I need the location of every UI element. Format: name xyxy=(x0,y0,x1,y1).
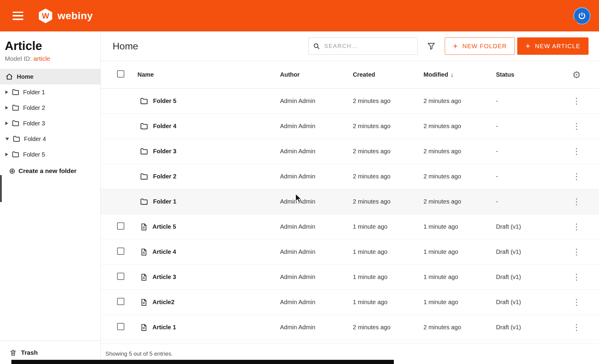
select-all-checkbox[interactable] xyxy=(117,70,124,78)
row-checkbox[interactable] xyxy=(117,222,124,230)
column-header-created[interactable]: Created xyxy=(353,71,423,78)
row-author: Admin Admin xyxy=(280,123,353,130)
chevron-right-icon[interactable] xyxy=(5,153,8,156)
notification-dot xyxy=(573,20,577,24)
column-header-author[interactable]: Author xyxy=(280,71,353,78)
row-menu-icon[interactable]: ⋮ xyxy=(572,147,581,156)
sidebar-item-label: Folder 4 xyxy=(24,136,46,142)
brand-name: webiny xyxy=(58,10,93,22)
row-author: Admin Admin xyxy=(280,248,353,255)
row-menu-icon[interactable]: ⋮ xyxy=(572,323,581,332)
search-input[interactable] xyxy=(323,43,413,50)
row-checkbox[interactable] xyxy=(117,248,124,255)
filter-icon[interactable] xyxy=(427,42,436,51)
table-row[interactable]: Folder 2 Admin Admin 2 minutes ago 2 min… xyxy=(101,164,599,189)
row-name[interactable]: Article 1 xyxy=(137,323,280,332)
row-author: Admin Admin xyxy=(280,223,353,230)
topbar: W webiny xyxy=(0,0,599,31)
row-menu-icon[interactable]: ⋮ xyxy=(572,172,581,181)
menu-icon[interactable] xyxy=(13,12,23,20)
row-name[interactable]: Folder 4 xyxy=(137,122,280,131)
row-author: Admin Admin xyxy=(280,324,353,331)
scrollbar-thumb[interactable] xyxy=(0,175,2,202)
row-menu-icon[interactable]: ⋮ xyxy=(572,198,581,206)
search-box xyxy=(308,37,418,55)
row-name[interactable]: Article 4 xyxy=(137,248,280,256)
column-header-status[interactable]: Status xyxy=(496,71,568,78)
row-menu-icon[interactable]: ⋮ xyxy=(572,248,581,256)
row-status: - xyxy=(496,98,568,104)
row-checkbox[interactable] xyxy=(117,323,124,330)
row-author: Admin Admin xyxy=(280,198,353,205)
chevron-down-icon[interactable] xyxy=(5,138,9,140)
chevron-right-icon[interactable] xyxy=(5,122,8,125)
sidebar-item-home[interactable]: Home xyxy=(0,69,100,84)
row-author: Admin Admin xyxy=(280,274,353,280)
row-menu-icon[interactable]: ⋮ xyxy=(572,273,581,281)
table-row[interactable]: Folder 3 Admin Admin 2 minutes ago 2 min… xyxy=(101,139,599,164)
row-menu-icon[interactable]: ⋮ xyxy=(572,97,581,105)
create-folder-button[interactable]: ⊕ Create a new folder xyxy=(0,167,100,175)
mouse-cursor xyxy=(295,194,302,203)
table-row[interactable]: Folder 1 Admin Admin 2 minutes ago 2 min… xyxy=(101,189,599,214)
table-row[interactable]: Folder 5 Admin Admin 2 minutes ago 2 min… xyxy=(101,89,599,114)
chevron-right-icon[interactable] xyxy=(5,106,8,110)
row-name[interactable]: Folder 2 xyxy=(137,172,280,181)
chevron-right-icon[interactable] xyxy=(5,90,8,94)
table-settings-icon[interactable]: ⚙ xyxy=(572,70,581,80)
row-author: Admin Admin xyxy=(280,173,353,180)
column-header-modified[interactable]: Modified↓ xyxy=(423,71,496,78)
row-author: Admin Admin xyxy=(280,98,353,104)
plus-icon: + xyxy=(453,42,458,50)
row-modified: 2 minutes ago xyxy=(423,198,496,205)
sidebar-item-folder-1[interactable]: Folder 1 xyxy=(0,84,100,100)
entries-count: Showing 5 out of 5 entries. xyxy=(101,344,599,357)
row-menu-icon[interactable]: ⋮ xyxy=(572,122,581,131)
column-header-name[interactable]: Name xyxy=(137,71,280,78)
sidebar-item-folder-4[interactable]: Folder 4 xyxy=(0,131,100,147)
new-article-button[interactable]: + NEW ARTICLE xyxy=(517,37,589,55)
row-name[interactable]: Article 5 xyxy=(137,223,280,231)
app-window: W webiny Article Model ID: article Home xyxy=(0,0,599,364)
row-created: 2 minutes ago xyxy=(353,123,423,130)
table-row[interactable]: Article 4 Admin Admin 1 minute ago 1 min… xyxy=(101,239,599,265)
row-name[interactable]: Article2 xyxy=(137,298,280,307)
table-row[interactable]: Article 5 Admin Admin 1 minute ago 1 min… xyxy=(101,214,599,239)
row-name[interactable]: Folder 3 xyxy=(137,147,280,156)
folder-icon xyxy=(140,198,148,206)
row-menu-icon[interactable]: ⋮ xyxy=(572,298,581,307)
row-menu-icon[interactable]: ⋮ xyxy=(572,223,581,231)
account-button[interactable] xyxy=(573,7,591,25)
table-row[interactable]: Article 3 Admin Admin 1 minute ago 1 min… xyxy=(101,265,599,290)
progress-bar xyxy=(11,360,394,364)
new-folder-button[interactable]: + NEW FOLDER xyxy=(445,37,515,55)
webiny-logo-icon: W xyxy=(38,8,53,24)
sidebar: Article Model ID: article Home Folder 1 xyxy=(0,31,101,364)
sidebar-item-folder-5[interactable]: Folder 5 xyxy=(0,147,100,162)
row-checkbox[interactable] xyxy=(117,298,124,305)
create-folder-label: Create a new folder xyxy=(19,167,77,175)
folder-tree: Home Folder 1 Folder 2 xyxy=(0,69,100,162)
circle-plus-icon: ⊕ xyxy=(9,167,16,175)
row-modified: 2 minutes ago xyxy=(423,123,496,130)
table-row[interactable]: Article2 Admin Admin 1 minute ago 1 minu… xyxy=(101,290,599,315)
sidebar-item-label: Folder 1 xyxy=(23,89,45,96)
row-checkbox[interactable] xyxy=(117,273,124,280)
plus-icon: + xyxy=(525,42,531,50)
row-author: Admin Admin xyxy=(280,148,353,155)
sidebar-item-folder-2[interactable]: Folder 2 xyxy=(0,100,100,116)
row-status: - xyxy=(496,173,568,180)
trash-label: Trash xyxy=(21,349,38,356)
document-icon xyxy=(140,298,148,307)
row-name[interactable]: Folder 5 xyxy=(137,97,280,105)
row-name[interactable]: Article 3 xyxy=(137,273,280,281)
row-name[interactable]: Folder 1 xyxy=(137,198,280,206)
search-icon xyxy=(313,42,320,50)
folder-icon xyxy=(12,151,19,158)
table-row[interactable]: Folder 4 Admin Admin 2 minutes ago 2 min… xyxy=(101,114,599,139)
row-modified: 2 minutes ago xyxy=(423,148,496,155)
sidebar-item-folder-3[interactable]: Folder 3 xyxy=(0,116,100,131)
row-status: - xyxy=(496,123,568,130)
table-row[interactable]: Article 1 Admin Admin 2 minutes ago 2 mi… xyxy=(101,315,599,340)
folder-icon xyxy=(12,104,19,112)
